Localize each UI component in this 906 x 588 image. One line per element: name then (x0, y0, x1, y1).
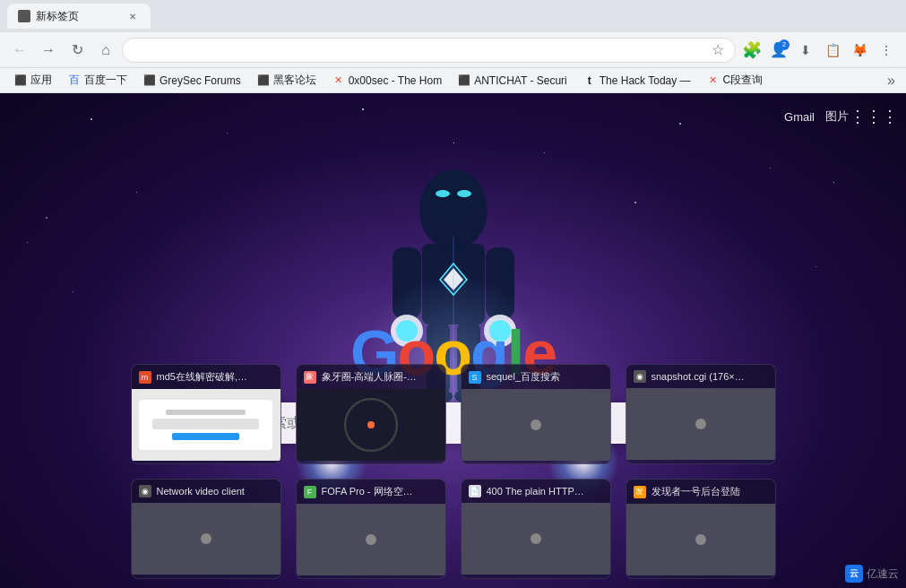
shortcut-favicon: 📄 (469, 485, 481, 497)
shortcut-title: snapshot.cgi (176×… (651, 371, 768, 382)
title-bar: 新标签页 ✕ (0, 0, 906, 32)
back-button[interactable]: ← (7, 38, 32, 63)
tab-close-button[interactable]: ✕ (125, 9, 140, 23)
shortcut-400[interactable]: 📄 400 The plain HTTP… (461, 479, 611, 579)
main-content: Google 🎤 Gmail 图片 ⋮⋮⋮ m md5在线解密破解,… (0, 93, 906, 588)
profile-button[interactable]: 👤 2 (766, 38, 791, 63)
shortcut-title: 发现者一号后台登陆 (651, 485, 768, 498)
bookmark-cquery[interactable]: ✕ C段查询 (700, 71, 771, 91)
shortcut-preview (297, 389, 445, 461)
shortcut-preview (462, 389, 610, 461)
shortcut-favicon: m (139, 371, 151, 384)
tab-favicon (18, 10, 30, 22)
bookmark-greysec[interactable]: ⬛ GreySec Forums (136, 71, 248, 91)
cquery-icon: ✕ (707, 74, 720, 87)
bookmark-thehack[interactable]: t The Hack Today — (576, 71, 698, 91)
shortcut-favicon: 发 (634, 486, 646, 498)
shortcut-md5[interactable]: m md5在线解密破解,… (131, 364, 281, 464)
apps-icon: ⬛ (14, 74, 27, 87)
shortcut-title: 象牙圈-高端人脉圈-… (322, 370, 438, 384)
watermark-icon: 云 (845, 565, 863, 583)
thehack-icon: t (583, 74, 596, 87)
shortcut-preview (132, 389, 280, 461)
google-apps-button[interactable]: ⋮⋮⋮ (859, 102, 888, 131)
shortcut-title: md5在线解密破解,… (157, 370, 273, 384)
address-input[interactable] (134, 43, 704, 56)
shortcut-favicon: 象 (304, 371, 316, 384)
bookmark-blackhat-label: 黑客论坛 (273, 73, 316, 88)
shortcut-preview (462, 503, 610, 575)
shortcut-header: 象 象牙圈-高端人脉圈-… (297, 365, 445, 389)
bookmark-cquery-label: C段查询 (723, 73, 764, 88)
shortcuts-grid: m md5在线解密破解,… 象 象牙圈-高端人脉圈-… (50, 364, 857, 579)
browser-tab[interactable]: 新标签页 ✕ (7, 4, 151, 29)
shortcut-header: 发 发现者一号后台登陆 (626, 480, 775, 504)
antichat-icon: ⬛ (458, 74, 470, 87)
bookmark-0x00sec[interactable]: ✕ 0x00sec - The Hom (325, 71, 450, 91)
extensions-button[interactable]: 🧩 (739, 38, 764, 63)
shortcut-header: 📄 400 The plain HTTP… (462, 480, 610, 503)
svg-point-2 (436, 190, 450, 197)
svg-point-3 (457, 190, 471, 197)
shortcut-favicon: ◉ (634, 370, 646, 383)
watermark: 云 亿速云 (845, 565, 899, 583)
toolbar-right: 🧩 👤 2 ⬇ 📋 🦊 ⋮ (739, 38, 899, 63)
extensions2-button[interactable]: 🦊 (847, 38, 872, 63)
browser-toolbar: ← → ↻ ⌂ ☆ 🧩 👤 2 ⬇ 📋 🦊 ⋮ (0, 32, 906, 68)
bookmark-0x00sec-label: 0x00sec - The Hom (349, 74, 443, 87)
top-right-links: Gmail 图片 ⋮⋮⋮ (784, 102, 888, 131)
shortcut-preview (297, 504, 445, 575)
bookmark-greysec-label: GreySec Forums (160, 74, 241, 87)
shortcut-favicon: ◉ (139, 485, 151, 497)
greysec-icon: ⬛ (143, 74, 156, 87)
shortcut-finder[interactable]: 发 发现者一号后台登陆 (626, 479, 776, 579)
bookmarks-bar: ⬛ 应用 百 百度一下 ⬛ GreySec Forums ⬛ 黑客论坛 ✕ 0x… (0, 68, 906, 93)
bookmark-baidu-label: 百度一下 (84, 73, 127, 88)
reload-button[interactable]: ↻ (65, 38, 90, 63)
shortcut-title: sequel_百度搜索 (487, 370, 603, 384)
notification-badge: 2 (779, 39, 790, 50)
shortcut-elephant[interactable]: 象 象牙圈-高端人脉圈-… (296, 364, 446, 464)
shortcut-fofa[interactable]: F FOFA Pro - 网络空… (296, 479, 446, 579)
images-link[interactable]: 图片 (825, 108, 849, 125)
menu-button[interactable]: ⋮ (874, 38, 899, 63)
shortcut-preview (132, 503, 280, 575)
shortcut-favicon: F (304, 486, 316, 498)
forward-button[interactable]: → (36, 38, 61, 63)
bookmark-apps-label: 应用 (30, 73, 52, 88)
tab-title: 新标签页 (36, 9, 120, 24)
0x00sec-icon: ✕ (332, 74, 345, 87)
shortcut-header: F FOFA Pro - 网络空… (297, 480, 445, 504)
baidu-icon: 百 (68, 74, 81, 87)
bookmark-baidu[interactable]: 百 百度一下 (61, 71, 134, 91)
shortcut-preview (626, 504, 775, 575)
shortcut-preview (626, 388, 775, 460)
address-bar: ☆ (122, 38, 736, 63)
bookmark-blackhat[interactable]: ⬛ 黑客论坛 (250, 71, 324, 91)
bookmarks-more-button[interactable]: » (884, 73, 899, 89)
shortcut-favicon: S (469, 371, 481, 384)
bookmark-thehack-label: The Hack Today — (600, 74, 691, 87)
shortcut-title: 400 The plain HTTP… (487, 486, 603, 497)
shortcut-header: ◉ Network video client (132, 480, 280, 503)
shortcut-header: S sequel_百度搜索 (462, 365, 610, 389)
bookmark-apps[interactable]: ⬛ 应用 (7, 71, 59, 91)
watermark-text: 亿速云 (867, 566, 899, 582)
svg-point-1 (427, 171, 480, 221)
bookmark-star-icon[interactable]: ☆ (712, 41, 724, 58)
bookmark-antichat-label: ANTICHAT - Securi (474, 74, 567, 87)
downloads-button[interactable]: ⬇ (793, 38, 818, 63)
bookmark-antichat[interactable]: ⬛ ANTICHAT - Securi (451, 71, 574, 91)
shortcut-sequel[interactable]: S sequel_百度搜索 (461, 364, 611, 464)
home-button[interactable]: ⌂ (93, 38, 118, 63)
history-button[interactable]: 📋 (820, 38, 845, 63)
blackhat-icon: ⬛ (257, 74, 270, 87)
shortcut-header: m md5在线解密破解,… (132, 365, 280, 389)
gmail-link[interactable]: Gmail (784, 110, 815, 124)
shortcut-header: ◉ snapshot.cgi (176×… (626, 365, 775, 388)
shortcut-network[interactable]: ◉ Network video client (131, 479, 281, 579)
shortcut-title: Network video client (157, 486, 273, 497)
shortcut-snapshot[interactable]: ◉ snapshot.cgi (176×… (626, 364, 776, 464)
shortcut-title: FOFA Pro - 网络空… (322, 485, 438, 498)
